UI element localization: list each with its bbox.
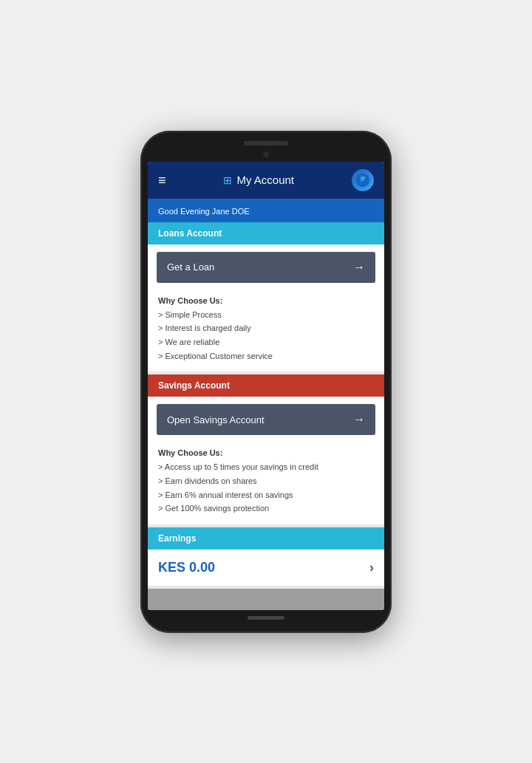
open-savings-button[interactable]: Open Savings Account → (157, 404, 375, 435)
phone-device: ≡ ⊞ My Account Good Evening Jane DOE (140, 131, 392, 633)
earnings-row[interactable]: KES 0.00 › (148, 550, 384, 586)
savings-section: Savings Account Open Savings Account → W… (148, 374, 384, 524)
get-loan-arrow-icon: → (353, 261, 365, 274)
scroll-content[interactable]: Loans Account Get a Loan → Why Choose Us… (148, 222, 384, 610)
savings-why-title: Why Choose Us: (158, 448, 374, 457)
phone-home-bar[interactable] (248, 616, 284, 620)
phone-speaker (244, 141, 288, 146)
grid-icon: ⊞ (223, 174, 232, 186)
savings-why-item-2: > Earn dividends on shares (158, 474, 374, 488)
loans-section: Loans Account Get a Loan → Why Choose Us… (148, 222, 384, 372)
savings-why-choose: Why Choose Us: > Access up to 5 times yo… (148, 442, 384, 524)
get-loan-label: Get a Loan (167, 261, 214, 273)
greeting-text: Good Evening Jane DOE (158, 207, 250, 216)
get-loan-button[interactable]: Get a Loan → (157, 252, 375, 283)
earnings-amount: KES 0.00 (158, 560, 215, 575)
earnings-section: Earnings KES 0.00 › (148, 527, 384, 586)
loans-why-item-4: > Exceptional Customer service (158, 349, 374, 363)
savings-why-item-1: > Access up to 5 times your savings in c… (158, 460, 374, 474)
open-savings-label: Open Savings Account (167, 414, 265, 425)
loans-why-item-3: > We are reliable (158, 335, 374, 349)
savings-section-header: Savings Account (148, 374, 384, 397)
earnings-chevron-icon: › (369, 560, 374, 575)
hamburger-icon[interactable]: ≡ (158, 174, 166, 187)
loans-why-item-2: > Interest is charged daily (158, 321, 374, 335)
logo-icon (355, 172, 371, 188)
bottom-gray-area (148, 589, 384, 610)
loans-why-item-1: > Simple Process (158, 308, 374, 322)
navbar: ≡ ⊞ My Account (148, 162, 384, 199)
savings-why-item-3: > Earn 6% annual interest on savings (158, 488, 374, 502)
savings-why-item-4: > Get 100% savings protection (158, 502, 374, 516)
loans-section-header: Loans Account (148, 222, 384, 244)
app-logo[interactable] (352, 169, 374, 191)
phone-screen: ≡ ⊞ My Account Good Evening Jane DOE (148, 162, 384, 610)
navbar-title: My Account (236, 174, 294, 186)
greeting-bar: Good Evening Jane DOE (148, 199, 384, 222)
phone-camera (263, 151, 269, 157)
open-savings-arrow-icon: → (353, 413, 365, 426)
loans-why-title: Why Choose Us: (158, 296, 374, 305)
earnings-section-header: Earnings (148, 527, 384, 550)
loans-why-choose: Why Choose Us: > Simple Process > Intere… (148, 290, 384, 372)
navbar-title-area: ⊞ My Account (223, 174, 294, 186)
app-content: ≡ ⊞ My Account Good Evening Jane DOE (148, 162, 384, 610)
